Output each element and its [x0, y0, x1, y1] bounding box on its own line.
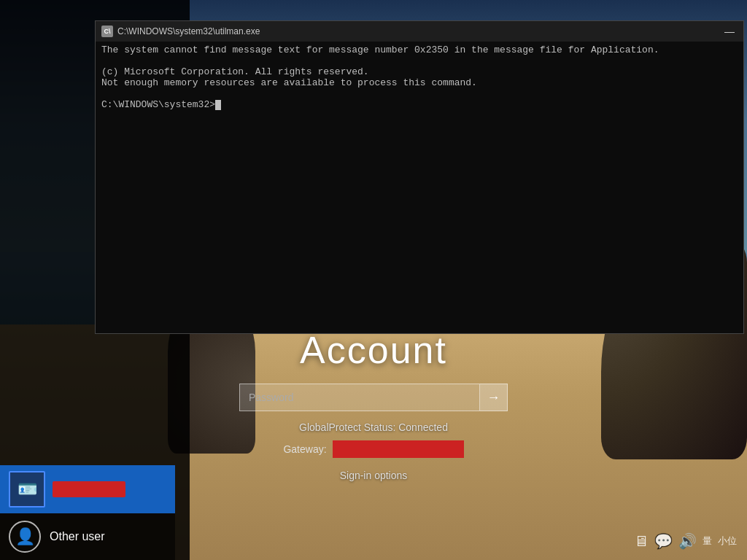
cmd-close-button[interactable]: — [721, 26, 738, 37]
gateway-value [333, 440, 464, 458]
other-user-avatar: 👤 [9, 521, 41, 553]
current-user-badge [53, 481, 125, 497]
wechat-icon[interactable]: 💬 [654, 532, 673, 550]
cmd-output[interactable]: The system cannot find message text for … [96, 42, 743, 333]
globalprotect-status: GlobalProtect Status: Connected [299, 421, 448, 433]
signin-options[interactable]: Sign-in options [340, 470, 408, 481]
other-user-item[interactable]: 👤 Other user [0, 513, 175, 560]
gateway-label: Gateway: [283, 443, 326, 455]
password-input[interactable] [239, 384, 480, 411]
cmd-icon: C\ [101, 26, 113, 37]
cmd-titlebar: C\ C:\WINDOWS\system32\utilman.exe — [96, 21, 743, 42]
password-row: → [239, 384, 508, 411]
monitor-icon[interactable]: 🖥 [634, 533, 649, 550]
cmd-title-text: C:\WINDOWS\system32\utilman.exe [117, 26, 721, 36]
user-panel: 🪪 👤 Other user [0, 465, 175, 560]
cn-text-1[interactable]: 量 [703, 534, 712, 548]
current-user-avatar: 🪪 [9, 471, 45, 508]
other-user-label: Other user [50, 530, 105, 543]
system-tray: 🖥 💬 🔊 量 小位 [634, 532, 737, 550]
account-title: Account [300, 328, 447, 372]
password-submit-button[interactable]: → [480, 384, 508, 411]
volume-icon[interactable]: 🔊 [678, 532, 697, 550]
cn-text-2[interactable]: 小位 [718, 534, 737, 548]
gateway-row: Gateway: [283, 440, 463, 458]
cmd-window: C\ C:\WINDOWS\system32\utilman.exe — The… [95, 20, 744, 334]
current-user-item[interactable]: 🪪 [0, 465, 175, 513]
